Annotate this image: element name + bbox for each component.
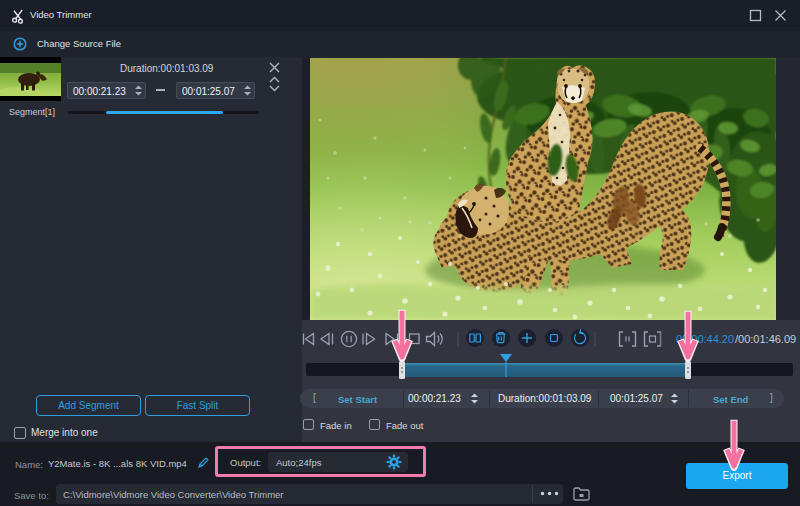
svg-text:/00:01:46.09: /00:01:46.09 [735,333,796,345]
svg-text:00:00:44.20: 00:00:44.20 [676,333,734,345]
